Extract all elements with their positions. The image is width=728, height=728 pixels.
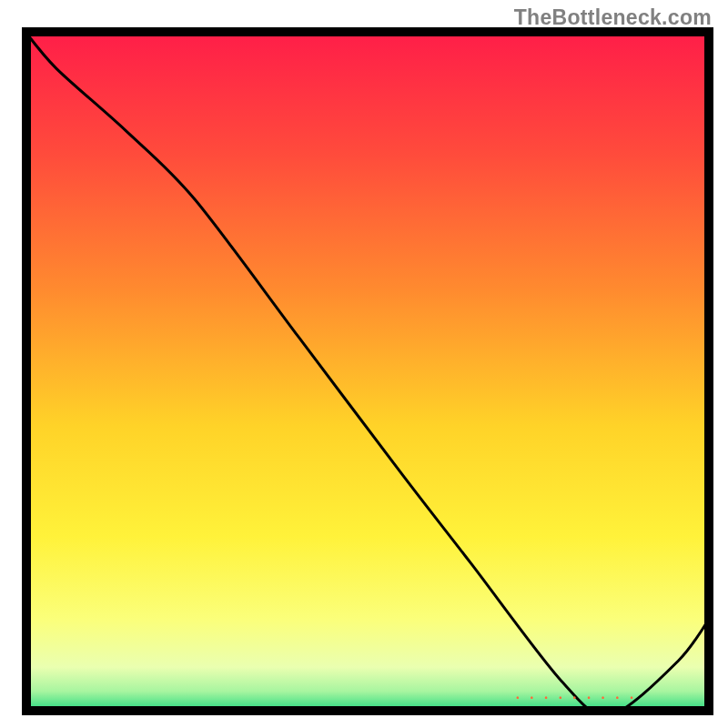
chart-root: TheBottleneck.com • • • • • • • • • <box>0 0 728 728</box>
chart-canvas <box>0 0 728 728</box>
highlight-dots: • • • • • • • • • <box>516 693 637 703</box>
watermark-text: TheBottleneck.com <box>514 5 712 30</box>
